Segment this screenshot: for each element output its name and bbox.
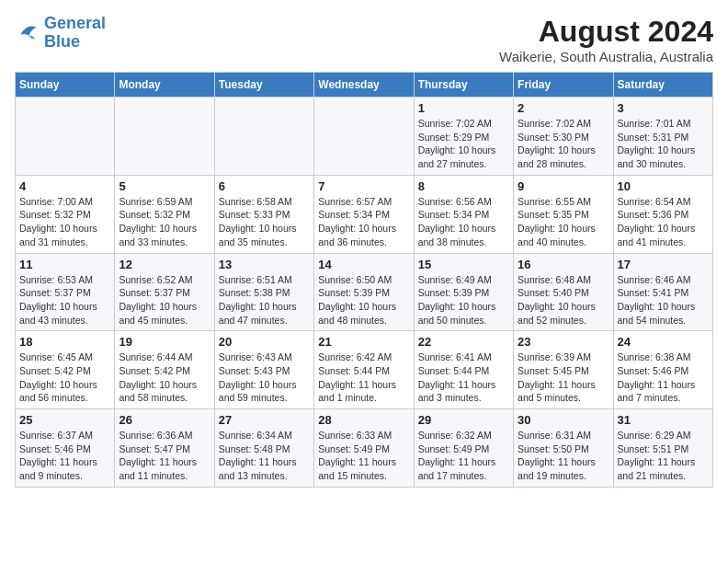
day-number: 30 <box>518 413 609 427</box>
day-number: 10 <box>618 179 709 193</box>
calendar-cell: 3Sunrise: 7:01 AM Sunset: 5:31 PM Daylig… <box>613 98 712 176</box>
page-header: General Blue August 2024 Waikerie, South… <box>15 15 713 64</box>
day-number: 5 <box>119 179 210 193</box>
column-header-sunday: Sunday <box>16 73 115 98</box>
day-number: 26 <box>119 413 210 427</box>
calendar-cell <box>314 98 414 176</box>
day-number: 31 <box>618 413 709 427</box>
day-info: Sunrise: 6:38 AM Sunset: 5:46 PM Dayligh… <box>618 350 709 405</box>
day-info: Sunrise: 6:55 AM Sunset: 5:35 PM Dayligh… <box>518 195 609 249</box>
calendar-cell: 30Sunrise: 6:31 AM Sunset: 5:50 PM Dayli… <box>514 409 613 488</box>
calendar-week-3: 11Sunrise: 6:53 AM Sunset: 5:37 PM Dayli… <box>16 253 713 331</box>
day-info: Sunrise: 6:59 AM Sunset: 5:32 PM Dayligh… <box>119 195 210 249</box>
calendar-cell: 7Sunrise: 6:57 AM Sunset: 5:34 PM Daylig… <box>314 175 414 253</box>
day-number: 29 <box>418 413 509 427</box>
day-number: 16 <box>518 258 609 271</box>
calendar-cell: 13Sunrise: 6:51 AM Sunset: 5:38 PM Dayli… <box>214 253 313 331</box>
calendar-cell: 25Sunrise: 6:37 AM Sunset: 5:46 PM Dayli… <box>16 409 115 488</box>
day-info: Sunrise: 6:31 AM Sunset: 5:50 PM Dayligh… <box>518 429 609 483</box>
day-number: 19 <box>119 335 210 349</box>
logo-line1: General <box>44 14 106 32</box>
day-info: Sunrise: 6:49 AM Sunset: 5:39 PM Dayligh… <box>418 273 509 327</box>
page-title: August 2024 <box>499 15 713 49</box>
calendar-cell: 14Sunrise: 6:50 AM Sunset: 5:39 PM Dayli… <box>314 253 414 331</box>
day-info: Sunrise: 6:32 AM Sunset: 5:49 PM Dayligh… <box>418 429 509 483</box>
calendar-cell: 31Sunrise: 6:29 AM Sunset: 5:51 PM Dayli… <box>613 409 712 488</box>
day-number: 11 <box>19 258 110 271</box>
day-info: Sunrise: 6:51 AM Sunset: 5:38 PM Dayligh… <box>219 273 310 327</box>
day-info: Sunrise: 6:39 AM Sunset: 5:45 PM Dayligh… <box>518 350 609 405</box>
day-info: Sunrise: 6:45 AM Sunset: 5:42 PM Dayligh… <box>19 350 110 405</box>
day-number: 21 <box>318 335 409 349</box>
day-info: Sunrise: 6:46 AM Sunset: 5:41 PM Dayligh… <box>618 273 709 327</box>
day-info: Sunrise: 6:34 AM Sunset: 5:48 PM Dayligh… <box>219 429 310 483</box>
day-info: Sunrise: 6:43 AM Sunset: 5:43 PM Dayligh… <box>219 350 310 405</box>
day-info: Sunrise: 6:36 AM Sunset: 5:47 PM Dayligh… <box>119 429 210 483</box>
page-subtitle: Waikerie, South Australia, Australia <box>499 49 713 64</box>
day-info: Sunrise: 6:56 AM Sunset: 5:34 PM Dayligh… <box>418 195 509 249</box>
column-header-thursday: Thursday <box>414 73 513 98</box>
day-info: Sunrise: 6:53 AM Sunset: 5:37 PM Dayligh… <box>19 273 110 327</box>
day-number: 4 <box>19 179 110 193</box>
calendar-cell: 2Sunrise: 7:02 AM Sunset: 5:30 PM Daylig… <box>514 98 613 176</box>
logo-line2: Blue <box>44 32 80 51</box>
day-info: Sunrise: 6:33 AM Sunset: 5:49 PM Dayligh… <box>318 429 409 483</box>
day-info: Sunrise: 6:58 AM Sunset: 5:33 PM Dayligh… <box>219 195 310 249</box>
calendar-cell: 21Sunrise: 6:42 AM Sunset: 5:44 PM Dayli… <box>314 331 414 409</box>
calendar-cell: 6Sunrise: 6:58 AM Sunset: 5:33 PM Daylig… <box>214 175 313 253</box>
day-info: Sunrise: 7:00 AM Sunset: 5:32 PM Dayligh… <box>19 195 110 249</box>
column-header-monday: Monday <box>115 73 214 98</box>
day-number: 23 <box>518 335 609 349</box>
calendar-cell: 29Sunrise: 6:32 AM Sunset: 5:49 PM Dayli… <box>414 409 513 488</box>
day-number: 3 <box>618 101 709 115</box>
day-number: 2 <box>518 101 609 115</box>
day-number: 15 <box>418 258 509 271</box>
calendar-cell: 23Sunrise: 6:39 AM Sunset: 5:45 PM Dayli… <box>514 331 613 409</box>
calendar-week-1: 1Sunrise: 7:02 AM Sunset: 5:29 PM Daylig… <box>16 98 713 176</box>
calendar-cell: 28Sunrise: 6:33 AM Sunset: 5:49 PM Dayli… <box>314 409 414 488</box>
day-info: Sunrise: 7:01 AM Sunset: 5:31 PM Dayligh… <box>618 117 709 171</box>
day-info: Sunrise: 6:52 AM Sunset: 5:37 PM Dayligh… <box>119 273 210 327</box>
column-header-tuesday: Tuesday <box>214 73 313 98</box>
title-block: August 2024 Waikerie, South Australia, A… <box>499 15 713 64</box>
logo-icon <box>15 20 40 46</box>
calendar-cell: 12Sunrise: 6:52 AM Sunset: 5:37 PM Dayli… <box>115 253 214 331</box>
calendar-cell: 20Sunrise: 6:43 AM Sunset: 5:43 PM Dayli… <box>214 331 313 409</box>
calendar-cell <box>16 98 115 176</box>
day-number: 18 <box>19 335 110 349</box>
day-number: 14 <box>318 258 409 271</box>
calendar-cell: 17Sunrise: 6:46 AM Sunset: 5:41 PM Dayli… <box>613 253 712 331</box>
calendar-cell: 1Sunrise: 7:02 AM Sunset: 5:29 PM Daylig… <box>414 98 513 176</box>
calendar-cell: 16Sunrise: 6:48 AM Sunset: 5:40 PM Dayli… <box>514 253 613 331</box>
day-info: Sunrise: 6:48 AM Sunset: 5:40 PM Dayligh… <box>518 273 609 327</box>
calendar-cell: 27Sunrise: 6:34 AM Sunset: 5:48 PM Dayli… <box>214 409 313 488</box>
day-info: Sunrise: 7:02 AM Sunset: 5:30 PM Dayligh… <box>518 117 609 171</box>
calendar-cell <box>214 98 313 176</box>
calendar-table: SundayMondayTuesdayWednesdayThursdayFrid… <box>15 72 713 488</box>
day-info: Sunrise: 6:50 AM Sunset: 5:39 PM Dayligh… <box>318 273 409 327</box>
day-info: Sunrise: 6:41 AM Sunset: 5:44 PM Dayligh… <box>418 350 509 405</box>
day-number: 24 <box>618 335 709 349</box>
calendar-week-5: 25Sunrise: 6:37 AM Sunset: 5:46 PM Dayli… <box>16 409 713 488</box>
day-number: 27 <box>219 413 310 427</box>
day-info: Sunrise: 6:54 AM Sunset: 5:36 PM Dayligh… <box>618 195 709 249</box>
column-header-saturday: Saturday <box>613 73 712 98</box>
logo: General Blue <box>15 15 106 52</box>
calendar-cell: 9Sunrise: 6:55 AM Sunset: 5:35 PM Daylig… <box>514 175 613 253</box>
calendar-cell: 22Sunrise: 6:41 AM Sunset: 5:44 PM Dayli… <box>414 331 513 409</box>
day-number: 20 <box>219 335 310 349</box>
logo-text: General Blue <box>44 15 106 52</box>
day-number: 7 <box>318 179 409 193</box>
calendar-cell: 26Sunrise: 6:36 AM Sunset: 5:47 PM Dayli… <box>115 409 214 488</box>
calendar-cell: 19Sunrise: 6:44 AM Sunset: 5:42 PM Dayli… <box>115 331 214 409</box>
day-number: 25 <box>19 413 110 427</box>
day-number: 9 <box>518 179 609 193</box>
day-number: 8 <box>418 179 509 193</box>
day-number: 1 <box>418 101 509 115</box>
day-number: 28 <box>318 413 409 427</box>
column-header-friday: Friday <box>514 73 613 98</box>
day-info: Sunrise: 6:42 AM Sunset: 5:44 PM Dayligh… <box>318 350 409 405</box>
calendar-week-2: 4Sunrise: 7:00 AM Sunset: 5:32 PM Daylig… <box>16 175 713 253</box>
calendar-cell: 8Sunrise: 6:56 AM Sunset: 5:34 PM Daylig… <box>414 175 513 253</box>
day-info: Sunrise: 6:44 AM Sunset: 5:42 PM Dayligh… <box>119 350 210 405</box>
